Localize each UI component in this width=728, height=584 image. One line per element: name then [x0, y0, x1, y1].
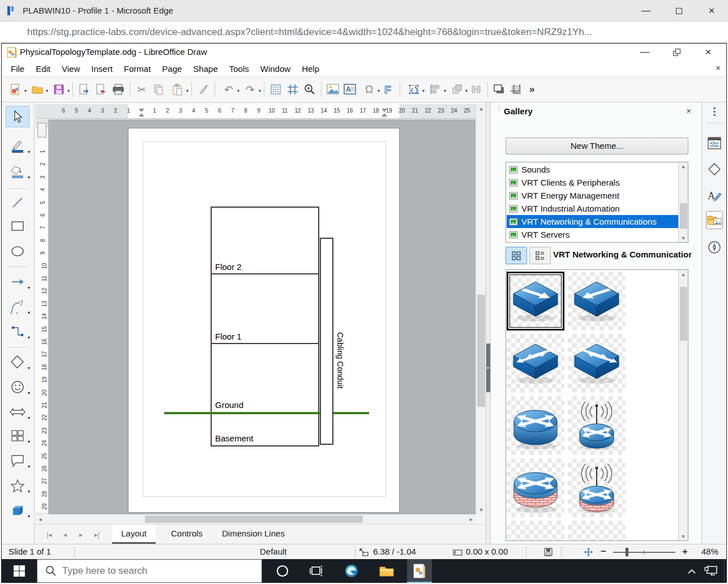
- scroll-down-icon[interactable]: ▾: [679, 532, 688, 540]
- canvas-vertical-scrollbar[interactable]: ▴ ▾: [476, 104, 486, 514]
- cabling-conduit-shape[interactable]: [320, 238, 333, 445]
- lo-minimize-button[interactable]: —: [629, 44, 661, 61]
- cabling-conduit-label[interactable]: Cabling Conduit: [336, 332, 345, 411]
- floor1-label[interactable]: Floor 1: [215, 332, 242, 341]
- task-view-button[interactable]: [304, 559, 329, 583]
- scroll-right-icon[interactable]: ▸: [466, 514, 476, 524]
- show-hidden-icons-button[interactable]: [683, 559, 700, 583]
- zoom-slider-track[interactable]: [613, 552, 675, 553]
- sidebar-tab-navigator[interactable]: [706, 238, 723, 256]
- show-desktop-button[interactable]: [724, 559, 726, 583]
- toolbar-overflow-icon[interactable]: »: [529, 84, 534, 95]
- callouts-tool[interactable]: ▾: [6, 450, 29, 471]
- theme-item-vrt-energy[interactable]: VRT Energy Management: [507, 189, 679, 202]
- block-arrows-tool[interactable]: ▾: [6, 401, 29, 423]
- panel-grip-icon[interactable]: ⋮: [496, 107, 502, 110]
- rectangle-tool[interactable]: [6, 216, 29, 237]
- last-page-button[interactable]: ▸|: [91, 529, 103, 540]
- theme-item-vrt-industrial[interactable]: VRT Industrial Automation: [507, 202, 679, 215]
- align-objects-button[interactable]: ▾: [425, 80, 446, 98]
- clone-formatting-button[interactable]: [195, 80, 212, 98]
- ellipse-tool[interactable]: [6, 241, 29, 262]
- sidebar-settings-icon[interactable]: •••: [702, 107, 727, 117]
- canvas-horizontal-scrollbar[interactable]: ◂ ▸: [36, 514, 476, 524]
- gallery-item-router[interactable]: [507, 396, 564, 455]
- curves-and-polygons-tool[interactable]: ▾: [6, 296, 29, 317]
- gallery-item-switch-multi-arrows-2[interactable]: [568, 334, 626, 393]
- gallery-item-firewall-router[interactable]: [507, 458, 564, 517]
- floor1-divider-line[interactable]: [212, 343, 318, 344]
- gallery-item-partial-switch[interactable]: [507, 521, 564, 541]
- save-status-icon[interactable]: [544, 548, 553, 556]
- gallery-items-scroll-thumb[interactable]: [680, 287, 687, 341]
- gallery-close-icon[interactable]: ×: [686, 106, 691, 115]
- 3d-objects-tool[interactable]: ▾: [6, 500, 29, 521]
- menu-edit[interactable]: Edit: [30, 62, 56, 75]
- edge-close-button[interactable]: ×: [695, 0, 728, 22]
- vertical-ruler[interactable]: 1234567891011121314151617181920212223242…: [36, 119, 49, 514]
- scroll-up-icon[interactable]: ▴: [476, 104, 486, 113]
- gallery-item-wireless-router[interactable]: [568, 396, 626, 455]
- edge-maximize-button[interactable]: [662, 0, 695, 22]
- detailed-view-button[interactable]: [529, 247, 551, 264]
- tab-dimension-lines[interactable]: Dimension Lines: [213, 525, 294, 544]
- menu-page[interactable]: Page: [156, 62, 187, 75]
- horizontal-ruler[interactable]: 6543211234567891011121314151617181920212…: [36, 104, 476, 119]
- menu-window[interactable]: Window: [255, 62, 296, 75]
- network-status-button[interactable]: [701, 559, 721, 583]
- scroll-down-icon[interactable]: ▾: [679, 234, 688, 242]
- theme-item-vrt-servers[interactable]: VRT Servers: [507, 228, 679, 241]
- save-button[interactable]: ▾: [48, 80, 70, 98]
- sidebar-tab-properties[interactable]: [706, 134, 723, 152]
- floor2-label[interactable]: Floor 2: [215, 262, 242, 272]
- lines-and-arrows-tool[interactable]: ▾: [6, 271, 29, 293]
- icon-view-button[interactable]: [506, 247, 527, 264]
- crop-image-button[interactable]: [508, 80, 525, 98]
- gallery-item-switch-multi-arrows[interactable]: [507, 334, 564, 393]
- menu-file[interactable]: File: [5, 62, 30, 75]
- helplines-button[interactable]: [284, 80, 301, 98]
- fill-color-tool[interactable]: ▾: [6, 161, 29, 182]
- theme-list-scroll-thumb[interactable]: [680, 203, 687, 229]
- insert-line-tool[interactable]: [6, 192, 29, 213]
- left-margin-marker[interactable]: [139, 109, 144, 112]
- sidebar-tab-shapes[interactable]: [706, 160, 723, 178]
- new-document-button[interactable]: ▾: [5, 80, 27, 98]
- new-theme-button[interactable]: New Theme...: [506, 138, 688, 154]
- copy-button[interactable]: [150, 80, 167, 98]
- special-character-button[interactable]: Ω▾: [358, 80, 380, 98]
- sidebar-tab-styles[interactable]: A: [706, 186, 723, 204]
- redo-button[interactable]: ↷▾: [239, 80, 261, 98]
- zoom-out-button[interactable]: −: [601, 544, 606, 560]
- menu-view[interactable]: View: [56, 62, 85, 75]
- start-button[interactable]: [2, 559, 37, 583]
- gallery-item-switch-arrow-down-left[interactable]: [568, 272, 626, 330]
- floor2-divider-line[interactable]: [212, 273, 318, 274]
- top-margin-marker[interactable]: [37, 123, 46, 138]
- horizontal-scroll-thumb[interactable]: [145, 516, 363, 523]
- sidebar-splitter[interactable]: ▸: [486, 102, 491, 544]
- scroll-up-icon[interactable]: ▴: [679, 162, 688, 170]
- cortana-button[interactable]: [270, 559, 295, 583]
- menu-shape[interactable]: Shape: [187, 62, 223, 75]
- arrange-button[interactable]: ▾: [446, 80, 468, 98]
- scroll-up-icon[interactable]: ▴: [679, 270, 688, 278]
- open-button[interactable]: ▾: [27, 80, 48, 98]
- scroll-down-icon[interactable]: ▾: [476, 505, 486, 514]
- taskbar-libreoffice-draw-button[interactable]: [407, 559, 432, 583]
- drawing-canvas[interactable]: Floor 2 Floor 1 Ground Basement Cabling …: [49, 119, 476, 514]
- connectors-tool[interactable]: ▾: [6, 321, 29, 342]
- gallery-item-partial-wireless[interactable]: [568, 521, 626, 541]
- insert-textbox-button[interactable]: A: [341, 80, 358, 98]
- cut-button[interactable]: ✂: [133, 80, 150, 98]
- theme-item-sounds[interactable]: Sounds: [507, 163, 679, 176]
- gallery-item-wireless-firewall-router[interactable]: [568, 458, 626, 517]
- edge-minimize-button[interactable]: —: [629, 0, 662, 22]
- paste-button[interactable]: ▾: [167, 80, 189, 98]
- zoom-in-button[interactable]: +: [682, 544, 688, 560]
- splitter-handle[interactable]: ▸: [486, 343, 490, 392]
- print-button[interactable]: [110, 80, 127, 98]
- previous-page-button[interactable]: ◂: [59, 529, 71, 540]
- theme-item-vrt-networking-selected[interactable]: VRT Networking & Communications: [507, 215, 679, 228]
- insert-image-button[interactable]: [324, 80, 341, 98]
